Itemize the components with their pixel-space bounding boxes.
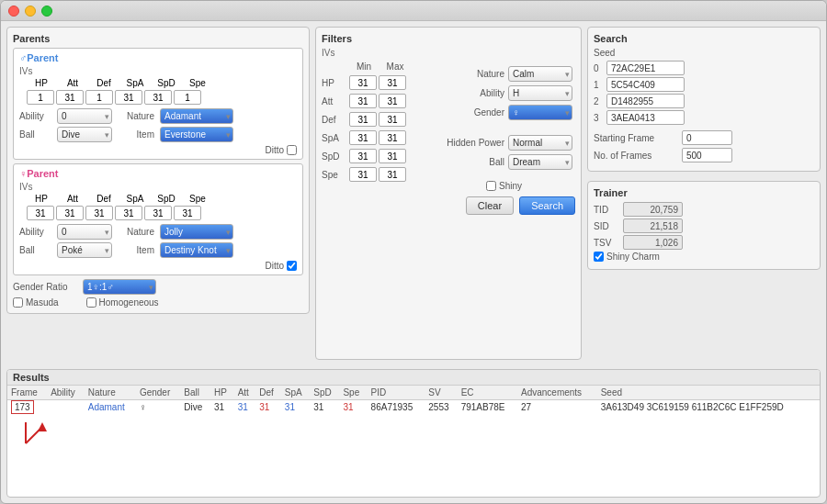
parent2-section: ♀Parent IVs HP Att Def SpA SpD Spe <box>13 163 303 275</box>
parent2-ditto-label[interactable]: Ditto <box>265 261 297 271</box>
result-spa: 31 <box>281 400 310 415</box>
att-max-input[interactable] <box>379 94 406 108</box>
result-att: 31 <box>234 400 256 415</box>
parent1-att-input[interactable] <box>56 90 84 105</box>
parent1-spa-input[interactable] <box>115 90 142 105</box>
def-max-input[interactable] <box>379 112 406 127</box>
parent1-def-input[interactable] <box>85 90 113 105</box>
iv-filter-spe: Spe <box>322 167 410 182</box>
tid-input[interactable] <box>623 202 683 217</box>
parent1-item-select[interactable]: Everstone <box>160 127 233 142</box>
results-scroll[interactable]: Frame Ability Nature Gender Ball HP Att … <box>7 386 820 490</box>
parent1-header: ♂Parent <box>19 52 297 63</box>
result-spe: 31 <box>339 400 367 415</box>
def-min-input[interactable] <box>349 112 377 127</box>
parent1-ditto-label[interactable]: Ditto <box>265 145 297 155</box>
spd-max-input[interactable] <box>379 149 406 163</box>
parent1-nature-select[interactable]: Adamant <box>160 108 233 124</box>
maximize-button[interactable] <box>41 6 52 17</box>
ball-filter-wrapper: Dream <box>508 154 572 170</box>
parent2-item-select[interactable]: Destiny Knot <box>160 242 233 258</box>
parent2-ball-row: Ball Poké Item Destiny Knot <box>19 242 297 258</box>
shiny-charm-checkbox[interactable] <box>594 252 604 262</box>
clear-button[interactable]: Clear <box>466 196 514 215</box>
parent1-ability-select[interactable]: 0 <box>57 108 112 124</box>
search-button[interactable]: Search <box>519 196 575 215</box>
parent2-hp-input[interactable] <box>27 206 54 220</box>
no-of-frames-input[interactable] <box>682 148 732 162</box>
masuda-label[interactable]: Masuda <box>13 297 59 308</box>
parent2-spd-input[interactable] <box>144 206 172 220</box>
ability-filter-select[interactable]: H <box>508 85 572 101</box>
seed-input-0[interactable] <box>606 61 685 75</box>
att-min-input[interactable] <box>349 94 377 108</box>
parent2-ability-select[interactable]: 0 <box>57 224 112 240</box>
col-pid: PID <box>368 386 425 400</box>
shiny-label[interactable]: Shiny <box>486 181 522 191</box>
gender-filter-select[interactable]: ♀ <box>508 105 572 120</box>
parent2-ball-wrapper: Poké <box>57 242 112 258</box>
seed-input-2[interactable] <box>606 94 685 108</box>
ball-filter-select[interactable]: Dream <box>508 154 572 170</box>
parent2-spa-input[interactable] <box>115 206 142 220</box>
homogeneous-text: Homogeneous <box>99 297 159 308</box>
ball-filter-label: Ball <box>436 157 504 167</box>
spd-min-input[interactable] <box>349 149 377 163</box>
col-sv: SV <box>425 386 457 400</box>
table-row[interactable]: 173 Adamant ♀ Dive 31 31 31 31 31 31 <box>7 400 820 415</box>
result-pid: 86A71935 <box>368 400 425 415</box>
seed-input-3[interactable] <box>606 110 685 125</box>
close-button[interactable] <box>8 6 19 17</box>
gender-ratio-select[interactable]: 1♀:1♂ <box>83 279 156 295</box>
parent1-ditto-checkbox[interactable] <box>287 145 297 155</box>
parent2-nature-select[interactable]: Jolly <box>160 224 233 240</box>
hp-max-input[interactable] <box>379 75 406 90</box>
col-ball: Ball <box>180 386 210 400</box>
nature-filter-label: Nature <box>436 69 504 79</box>
masuda-checkbox[interactable] <box>13 297 23 308</box>
homogeneous-label[interactable]: Homogeneous <box>86 297 159 308</box>
hidden-power-label: Hidden Power <box>436 138 504 148</box>
parent1-ball-select[interactable]: Dive <box>57 127 112 142</box>
parent1-spd-input[interactable] <box>144 90 172 105</box>
spe-max-input[interactable] <box>379 167 406 182</box>
col-nature: Nature <box>85 386 136 400</box>
parent1-ball-wrapper: Dive <box>57 127 112 142</box>
shiny-checkbox[interactable] <box>486 181 496 191</box>
spe-min-input[interactable] <box>349 167 377 182</box>
seed-input-1[interactable] <box>606 77 685 92</box>
starting-frame-input[interactable] <box>682 130 732 145</box>
nature-filter-select[interactable]: Calm <box>508 66 572 82</box>
results-panel: Results Frame Ability Nature Gender Ball… <box>6 369 821 498</box>
parent1-spe-input[interactable] <box>174 90 201 105</box>
parent2-att-input[interactable] <box>56 206 84 220</box>
parent1-ability-label: Ability <box>19 111 51 121</box>
minimize-button[interactable] <box>25 6 36 17</box>
tsv-label: TSV <box>594 238 619 248</box>
parent2-def-input[interactable] <box>85 206 113 220</box>
p2-iv-header-spa: SpA <box>120 194 150 204</box>
seed-row-3: 3 <box>594 110 814 125</box>
hidden-power-filter-row: Hidden Power Normal <box>436 135 572 151</box>
hp-label: HP <box>322 78 347 88</box>
hp-min-input[interactable] <box>349 75 377 90</box>
tsv-input[interactable] <box>623 235 683 250</box>
parent2-spe-input[interactable] <box>174 206 201 220</box>
tid-label: TID <box>594 205 619 215</box>
p2-iv-header-def: Def <box>89 194 119 204</box>
results-table: Frame Ability Nature Gender Ball HP Att … <box>7 386 820 454</box>
spa-max-input[interactable] <box>379 130 406 145</box>
shiny-charm-label[interactable]: Shiny Charm <box>594 252 660 262</box>
frame-cell: 173 <box>11 400 34 414</box>
parent2-iv-inputs <box>19 206 297 220</box>
sid-input[interactable] <box>623 218 683 233</box>
spa-min-input[interactable] <box>349 130 377 145</box>
sid-row: SID <box>594 218 814 233</box>
iv-header-def: Def <box>89 78 119 88</box>
parent1-hp-input[interactable] <box>27 90 54 105</box>
homogeneous-checkbox[interactable] <box>86 297 96 308</box>
parent2-ball-select[interactable]: Poké <box>57 242 112 258</box>
parent2-ditto-checkbox[interactable] <box>287 261 297 271</box>
result-gender: ♀ <box>136 400 180 415</box>
hidden-power-select[interactable]: Normal <box>508 135 572 151</box>
